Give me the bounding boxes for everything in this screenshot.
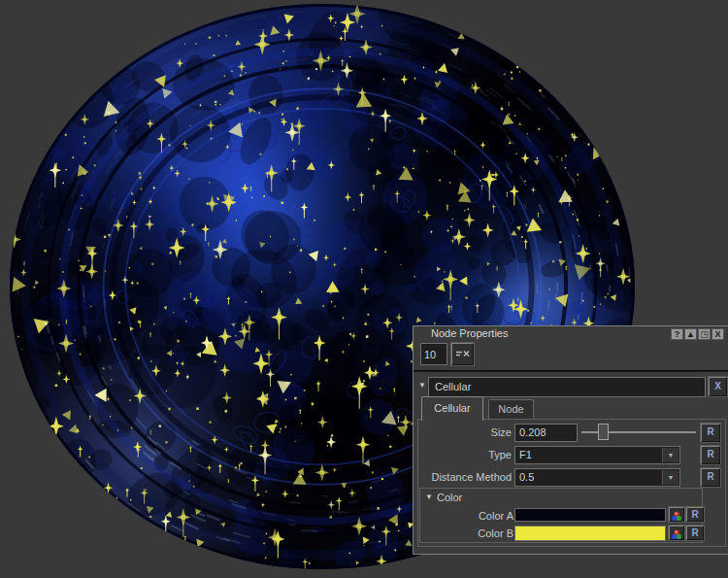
color-a-reset-button[interactable]: R	[686, 507, 704, 522]
node-name-field[interactable]: Cellular	[428, 377, 706, 397]
color-b-reset-button[interactable]: R	[686, 526, 704, 540]
panel-title: Node Properties	[431, 327, 509, 339]
delete-node-button[interactable]: X	[709, 377, 727, 396]
type-reset-button[interactable]: R	[701, 446, 720, 464]
titlebar-buttons: ? ▲ ◳ X	[671, 328, 724, 340]
size-reset-button[interactable]: R	[701, 424, 720, 442]
collapse-panel-icon[interactable]: ▲	[684, 328, 697, 340]
chevron-down-icon[interactable]: ▼	[662, 470, 678, 485]
help-icon[interactable]: ?	[671, 328, 683, 340]
divider	[414, 370, 728, 372]
chevron-down-icon[interactable]: ▼	[662, 448, 678, 462]
size-value-field[interactable]: 0.208	[514, 424, 578, 442]
color-b-swatch[interactable]	[514, 526, 666, 541]
type-label: Type	[418, 445, 512, 464]
distance-method-dropdown[interactable]: 0.5 ▼	[514, 468, 680, 487]
distance-method-reset-button[interactable]: R	[701, 468, 720, 487]
distance-method-value: 0.5	[519, 471, 534, 483]
tab-node[interactable]: Node	[488, 399, 534, 419]
color-b-label: Color B	[420, 524, 513, 543]
node-properties-panel: Node Properties ? ▲ ◳ X ▼ Cellular X Cel…	[413, 325, 728, 555]
type-dropdown[interactable]: F1 ▼	[514, 446, 680, 464]
node-collapse-icon[interactable]: ▼	[418, 381, 426, 390]
panel-titlebar[interactable]: Node Properties ? ▲ ◳ X	[414, 326, 728, 342]
close-icon[interactable]: X	[711, 328, 724, 340]
cellular-settings-group: Size 0.208 R Type F1 ▼ R Distance Method…	[417, 419, 726, 547]
restore-icon[interactable]: ◳	[698, 328, 711, 340]
tab-cellular[interactable]: Cellular	[421, 396, 483, 421]
color-a-swatch[interactable]	[514, 508, 666, 522]
size-slider-handle[interactable]	[598, 424, 609, 440]
color-a-picker-button[interactable]	[669, 507, 684, 522]
distance-method-label: Distance Method	[418, 467, 512, 487]
color-group: ▼ Color Color A R Color B	[419, 488, 703, 543]
select-node-button[interactable]	[451, 343, 474, 365]
size-label: Size	[418, 423, 512, 442]
node-id-input[interactable]	[420, 343, 447, 365]
color-collapse-icon[interactable]: ▼	[425, 493, 433, 501]
color-b-picker-button[interactable]	[669, 526, 684, 540]
rgb-picker-icon	[671, 529, 682, 540]
rgb-picker-icon	[671, 511, 682, 522]
type-value: F1	[519, 449, 532, 460]
color-a-label: Color A	[420, 506, 513, 526]
color-group-header: Color	[437, 491, 462, 505]
app-window: Node Properties ? ▲ ◳ X ▼ Cellular X Cel…	[0, 0, 728, 578]
select-node-icon	[455, 349, 470, 360]
